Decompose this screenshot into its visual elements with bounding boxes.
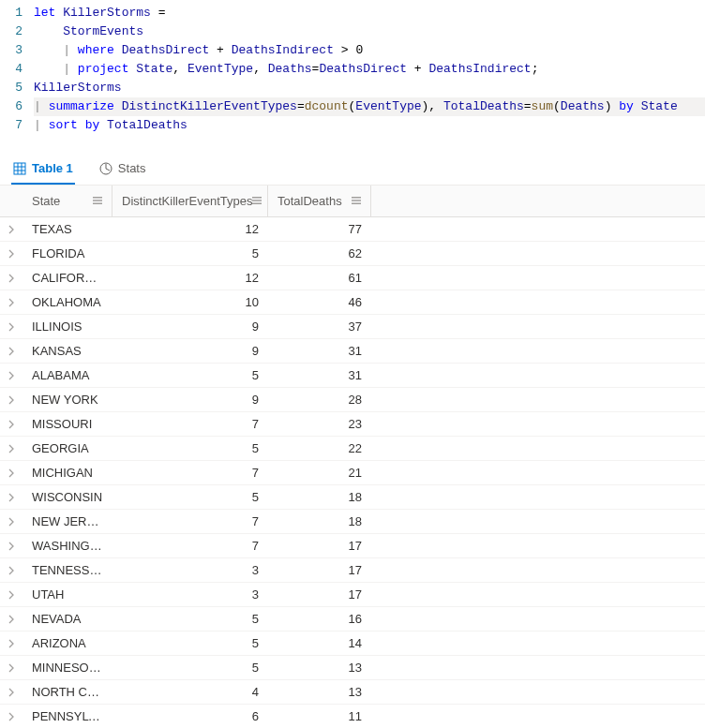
svg-rect-14: [352, 197, 361, 199]
expand-row-icon[interactable]: [0, 468, 22, 478]
table-row[interactable]: TEXAS1277: [0, 217, 705, 242]
table-row[interactable]: MICHIGAN721: [0, 461, 705, 485]
table-row[interactable]: NEVADA516: [0, 607, 705, 631]
cell-total-deaths: 18: [268, 490, 371, 504]
tab-table-1[interactable]: Table 1: [11, 152, 75, 185]
code-content[interactable]: let KillerStorms =: [34, 4, 705, 22]
svg-rect-12: [252, 200, 262, 201]
table-row[interactable]: CALIFORNIA1261: [0, 266, 705, 290]
cell-distinct-types: 5: [112, 490, 268, 504]
expand-row-icon[interactable]: [0, 225, 22, 234]
table-row[interactable]: WISCONSIN518: [0, 485, 705, 510]
cell-distinct-types: 5: [112, 661, 268, 675]
code-line[interactable]: 1let KillerStorms =: [0, 4, 705, 22]
table-row[interactable]: GEORGIA522: [0, 437, 705, 461]
expand-row-icon[interactable]: [0, 395, 22, 405]
cell-state: WASHINGT...: [22, 539, 112, 553]
code-content[interactable]: | project State, EventType, Deaths=Death…: [34, 60, 705, 79]
cell-distinct-types: 4: [112, 685, 268, 699]
expand-row-icon[interactable]: [0, 517, 22, 527]
table-row[interactable]: KANSAS931: [0, 339, 705, 364]
table-row[interactable]: NORTH CA...413: [0, 680, 705, 705]
cell-total-deaths: 22: [268, 441, 371, 455]
cell-distinct-types: 5: [112, 441, 268, 455]
table-row[interactable]: PENNSYLV...611: [0, 705, 705, 728]
table-row[interactable]: ARIZONA514: [0, 631, 705, 656]
code-content[interactable]: | where DeathsDirect + DeathsIndirect > …: [34, 41, 705, 60]
column-header-state[interactable]: State: [22, 186, 112, 216]
column-header-distinct-types[interactable]: DistinctKillerEventTypes: [112, 186, 268, 216]
table-row[interactable]: FLORIDA562: [0, 242, 705, 266]
cell-state: NORTH CA...: [22, 685, 112, 699]
code-editor[interactable]: 1let KillerStorms =2 StormEvents3 | wher…: [0, 0, 705, 141]
cell-state: GEORGIA: [22, 441, 112, 455]
expand-row-icon[interactable]: [0, 663, 22, 673]
cell-total-deaths: 11: [268, 709, 371, 723]
svg-rect-13: [252, 203, 262, 205]
expand-row-icon[interactable]: [0, 493, 22, 502]
table-row[interactable]: NEW JERSEY718: [0, 510, 705, 534]
cell-distinct-types: 7: [112, 417, 268, 431]
column-menu-icon[interactable]: [252, 194, 262, 208]
table-icon: [13, 162, 26, 175]
expand-row-icon[interactable]: [0, 639, 22, 648]
table-row[interactable]: ALABAMA531: [0, 364, 705, 388]
expand-row-icon[interactable]: [0, 566, 22, 575]
cell-state: TEXAS: [22, 222, 112, 236]
column-header-total-deaths[interactable]: TotalDeaths: [268, 186, 371, 216]
cell-state: MINNESOTA: [22, 661, 112, 675]
expand-row-icon[interactable]: [0, 347, 22, 356]
expand-row-icon[interactable]: [0, 371, 22, 380]
expand-row-icon[interactable]: [0, 298, 22, 307]
cell-distinct-types: 5: [112, 636, 268, 650]
svg-line-7: [106, 169, 110, 171]
expand-row-icon[interactable]: [0, 688, 22, 697]
line-number: 5: [0, 79, 34, 97]
line-number: 6: [0, 97, 34, 116]
code-line[interactable]: 7| sort by TotalDeaths: [0, 116, 705, 135]
expand-row-icon[interactable]: [0, 542, 22, 551]
cell-total-deaths: 13: [268, 685, 371, 699]
code-content[interactable]: | summarize DistinctKillerEventTypes=dco…: [34, 97, 705, 116]
code-line[interactable]: 2 StormEvents: [0, 22, 705, 41]
cell-distinct-types: 5: [112, 612, 268, 626]
expand-row-icon[interactable]: [0, 712, 22, 721]
expand-row-icon[interactable]: [0, 420, 22, 429]
expand-row-icon[interactable]: [0, 322, 22, 332]
expand-row-icon[interactable]: [0, 444, 22, 453]
code-line[interactable]: 5KillerStorms: [0, 79, 705, 97]
cell-total-deaths: 62: [268, 246, 371, 260]
code-line[interactable]: 4 | project State, EventType, Deaths=Dea…: [0, 60, 705, 79]
table-row[interactable]: MINNESOTA513: [0, 656, 705, 680]
cell-state: NEW JERSEY: [22, 514, 112, 528]
code-line[interactable]: 6| summarize DistinctKillerEventTypes=dc…: [0, 97, 705, 116]
cell-state: CALIFORNIA: [22, 271, 112, 285]
table-row[interactable]: MISSOURI723: [0, 412, 705, 437]
code-content[interactable]: KillerStorms: [34, 79, 705, 97]
code-content[interactable]: StormEvents: [34, 22, 705, 41]
cell-distinct-types: 12: [112, 271, 268, 285]
cell-state: FLORIDA: [22, 246, 112, 260]
cell-total-deaths: 13: [268, 661, 371, 675]
expand-row-icon[interactable]: [0, 590, 22, 600]
code-content[interactable]: | sort by TotalDeaths: [34, 116, 705, 135]
code-line[interactable]: 3 | where DeathsDirect + DeathsIndirect …: [0, 41, 705, 60]
tab-label: Stats: [118, 161, 146, 175]
svg-rect-0: [14, 163, 25, 174]
expand-row-icon[interactable]: [0, 274, 22, 283]
column-menu-icon[interactable]: [93, 194, 102, 208]
table-row[interactable]: TENNESSEE317: [0, 558, 705, 583]
table-row[interactable]: ILLINOIS937: [0, 315, 705, 339]
expand-row-icon[interactable]: [0, 249, 22, 259]
table-row[interactable]: UTAH317: [0, 583, 705, 607]
table-row[interactable]: WASHINGT...717: [0, 534, 705, 558]
table-row[interactable]: OKLAHOMA1046: [0, 290, 705, 315]
column-label: DistinctKillerEventTypes: [122, 194, 252, 208]
expand-row-icon[interactable]: [0, 615, 22, 624]
cell-distinct-types: 12: [112, 222, 268, 236]
table-row[interactable]: NEW YORK928: [0, 388, 705, 412]
column-menu-icon[interactable]: [352, 194, 361, 208]
tab-stats[interactable]: Stats: [98, 152, 148, 185]
stats-icon: [99, 162, 112, 175]
cell-state: MICHIGAN: [22, 466, 112, 480]
